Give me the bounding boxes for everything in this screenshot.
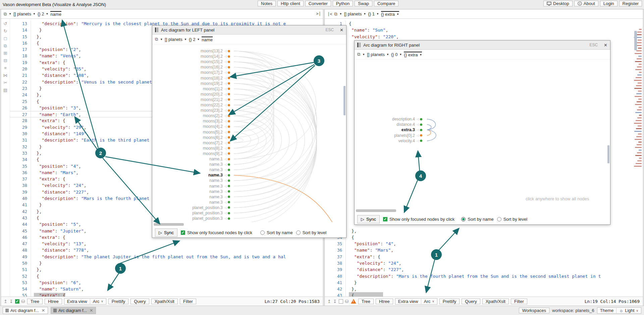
arc-node[interactable]: moons[19].2◁: [152, 81, 230, 86]
arc-node[interactable]: planet_position.3◁: [152, 216, 230, 221]
code-line[interactable]: 55 "extra": {: [10, 292, 323, 297]
arc-node[interactable]: moons[14].2◁: [152, 54, 230, 59]
code-line[interactable]: 35 "position": "4",: [325, 241, 643, 247]
arc-node[interactable]: velocity.4◁: [355, 138, 422, 144]
filter-button[interactable]: Filter: [511, 299, 527, 304]
code-line[interactable]: 49 "description": "The planet Jupiter is…: [10, 254, 323, 260]
code-line[interactable]: 1{: [325, 20, 643, 27]
drag-handle-icon[interactable]: [155, 28, 158, 32]
arc-diagram-canvas[interactable]: moons[13].2◁moons[14].2◁moons[15].2◁moon…: [152, 44, 346, 222]
arc-view-select[interactable]: Arc ∨: [421, 298, 437, 305]
copy-path-icon[interactable]: ⧉: [4, 11, 7, 17]
tab-arc-diagram-1[interactable]: Arc diagram f... ✕: [3, 307, 48, 314]
xpath-xslt-button[interactable]: Xpath/Xslt: [151, 299, 178, 304]
arc-node[interactable]: distance.4◁: [355, 122, 422, 127]
extra-view-split-button[interactable]: Extra view Arc ∨: [395, 298, 437, 305]
breadcrumb-index[interactable]: {} 2 ▼: [189, 37, 200, 42]
tab-arc-diagram-2[interactable]: Arc diagram f... ✕: [51, 307, 96, 314]
database-icon[interactable]: ⛁: [345, 299, 349, 304]
upload-icon[interactable]: ↥: [4, 299, 7, 304]
arc-node[interactable]: planet_position.3◁: [152, 205, 230, 210]
arc-node[interactable]: moons[9].2◁: [152, 151, 230, 156]
select-icon[interactable]: ◻: [4, 36, 7, 41]
arc-node[interactable]: name.3◁: [152, 194, 230, 200]
register-button[interactable]: Register: [619, 1, 642, 6]
arc-node[interactable]: name.3◁: [152, 162, 230, 167]
arc-node[interactable]: name.3◁: [152, 167, 230, 172]
dialog-scrollbar-thumb[interactable]: [607, 145, 609, 163]
arc-node[interactable]: planet_position.3◁: [152, 210, 230, 216]
breadcrumb-extra[interactable]: {} extra ▼: [404, 52, 422, 57]
close-icon[interactable]: ✕: [90, 308, 93, 313]
arc-node[interactable]: extra.3◁: [355, 127, 422, 133]
code-line[interactable]: 53 "position": "6",: [10, 279, 323, 286]
copy-path-icon[interactable]: ⧉: [357, 52, 360, 57]
about-button[interactable]: About: [574, 1, 598, 6]
minimap[interactable]: [632, 19, 642, 297]
arc-node[interactable]: moons[23].2◁: [152, 108, 230, 113]
arc-view-select[interactable]: Arc ∨: [90, 298, 106, 305]
code-line[interactable]: 34 {: [325, 234, 643, 241]
paste-special-icon[interactable]: ⊟: [4, 58, 7, 63]
focus-nodes-checkbox[interactable]: ✓ Show only focused nodes by click: [181, 230, 252, 235]
compare-button[interactable]: Compare: [374, 1, 398, 6]
breadcrumb-planets[interactable]: [] planets ▼: [344, 11, 366, 16]
arc-node[interactable]: moons[7].2◁: [152, 140, 230, 146]
arc-node[interactable]: moons[20].2◁: [152, 92, 230, 97]
code-line[interactable]: 36 "name": "Mars",: [325, 247, 643, 253]
theme-button[interactable]: Theme: [597, 307, 616, 314]
code-line[interactable]: 3 "velocity": "220",: [325, 34, 643, 40]
arc-node[interactable]: moons[4].2◁: [152, 124, 230, 129]
breadcrumb-index[interactable]: {} 1 ▼: [368, 11, 379, 16]
code-line[interactable]: 47 "velocity": "13",: [10, 241, 323, 247]
focus-nodes-checkbox[interactable]: ✓ Show only focused nodes by click: [383, 217, 454, 222]
arc-node[interactable]: moons[1].2◁: [152, 86, 230, 92]
breadcrumb-index[interactable]: {} 0 ▼: [391, 52, 402, 57]
breadcrumb-name[interactable]: name: [202, 37, 213, 42]
http-client-button[interactable]: Http client: [277, 1, 304, 6]
swap-button[interactable]: Swap: [355, 1, 372, 6]
dialog-title-bar[interactable]: Arc diagram for RIGHT panel ESC ✕: [355, 41, 610, 50]
extra-view-button[interactable]: Extra view: [395, 298, 421, 305]
query-button[interactable]: Query: [130, 299, 149, 304]
valid-json-checkbox[interactable]: ✓: [15, 299, 19, 304]
breadcrumb-planets[interactable]: [] planets ▼: [13, 11, 36, 16]
download-icon[interactable]: ↧: [9, 299, 13, 304]
arc-node[interactable]: name.3◁: [152, 183, 230, 189]
arc-node[interactable]: moons[13].2◁: [152, 48, 230, 54]
code-line[interactable]: 50 }: [10, 260, 323, 266]
code-line[interactable]: 51 },: [10, 266, 323, 273]
arc-node[interactable]: name.3◁: [152, 172, 230, 178]
code-line[interactable]: 39 "distance": "227",: [325, 266, 643, 273]
delete-lines-icon[interactable]: ▤: [3, 88, 7, 92]
arc-node[interactable]: moons[22].2◁: [152, 102, 230, 108]
collapse-panel-icon[interactable]: |<: [327, 12, 332, 16]
notes-button[interactable]: Notes: [258, 1, 276, 6]
converter-button[interactable]: Converter: [305, 1, 331, 6]
arc-node[interactable]: moons[15].2◁: [152, 59, 230, 64]
arc-node[interactable]: name.3◁: [152, 200, 230, 205]
copy-path-icon[interactable]: ⧉: [334, 11, 337, 17]
upload-icon[interactable]: ↥: [327, 299, 331, 304]
tree-button[interactable]: Tree: [358, 299, 374, 304]
sort-by-level-radio[interactable]: Sort by level: [296, 230, 327, 235]
code-line[interactable]: 38 "velocity": "24",: [325, 260, 643, 266]
warning-icon[interactable]: [351, 299, 356, 304]
breadcrumb-name[interactable]: name: [50, 11, 61, 17]
sort-by-level-radio[interactable]: Sort by level: [497, 217, 528, 222]
cut-icon[interactable]: ✂: [4, 81, 7, 85]
collapse-panel-icon[interactable]: >|: [316, 11, 321, 16]
drag-handle-icon[interactable]: [357, 43, 361, 47]
code-line[interactable]: 43 {: [325, 292, 643, 297]
dialog-title-bar[interactable]: Arc diagram for LEFT panel ESC ✕: [152, 25, 346, 35]
arc-node[interactable]: moons[17].2◁: [152, 70, 230, 75]
editor-scrollbar-thumb[interactable]: [634, 31, 637, 50]
arc-node[interactable]: moons[16].2◁: [152, 64, 230, 70]
arc-node[interactable]: moons[18].2◁: [152, 75, 230, 81]
arc-node[interactable]: moons[21].2◁: [152, 97, 230, 102]
login-button[interactable]: Login: [600, 1, 618, 6]
code-line[interactable]: 48 "distance": "778",: [10, 247, 323, 253]
paste-icon[interactable]: ⊞: [4, 51, 7, 55]
code-line[interactable]: 33 },: [325, 228, 643, 234]
arc-node[interactable]: name.3◁: [152, 189, 230, 194]
